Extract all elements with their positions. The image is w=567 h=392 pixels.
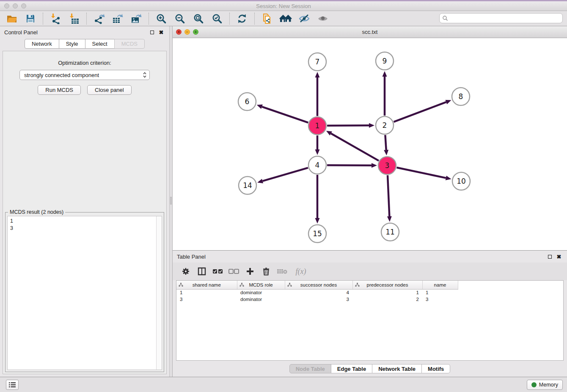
- network-view-window: scc.txt × − + 7968124314101511: [173, 26, 567, 251]
- mcds-tab-content: Optimization criterion: strongly connect…: [3, 51, 167, 374]
- export-table-icon[interactable]: [108, 12, 127, 25]
- graph-edge-arrowhead: [257, 105, 263, 109]
- delete-column-icon[interactable]: [259, 265, 273, 278]
- cell-mcds-role[interactable]: dominator: [237, 296, 285, 303]
- memory-button[interactable]: Memory: [527, 380, 563, 390]
- zoom-in-icon[interactable]: [152, 12, 171, 25]
- tab-node-table[interactable]: Node Table: [289, 364, 331, 373]
- table-row[interactable]: 3 dominator 3 2 3: [176, 296, 458, 303]
- column-header-mcds-role[interactable]: MCDS role: [237, 281, 285, 289]
- close-table-panel-icon[interactable]: ✖: [555, 253, 563, 260]
- column-header-name[interactable]: name: [422, 281, 458, 289]
- float-table-panel-icon[interactable]: [546, 253, 553, 260]
- toolbar-separator: [254, 13, 255, 25]
- export-network-icon[interactable]: [90, 12, 108, 25]
- tab-edge-table[interactable]: Edge Table: [331, 364, 372, 373]
- home-layout-icon[interactable]: [276, 12, 295, 25]
- network-minimize-button[interactable]: −: [184, 29, 190, 35]
- close-panel-icon[interactable]: ✖: [157, 28, 165, 36]
- graph-node-label: 14: [243, 181, 252, 190]
- graph-edge[interactable]: [385, 135, 386, 150]
- panel-splitter[interactable]: [169, 26, 173, 377]
- network-close-button[interactable]: ×: [176, 29, 182, 35]
- graph-edge-arrowhead: [257, 179, 263, 183]
- column-type-icon: [287, 283, 292, 287]
- search-field[interactable]: [439, 13, 563, 23]
- toolbar-separator: [149, 13, 149, 25]
- export-image-icon[interactable]: [127, 12, 146, 25]
- hide-panels-icon[interactable]: [295, 12, 314, 25]
- graph-edge-arrowhead: [383, 71, 387, 77]
- import-network-icon[interactable]: [46, 12, 65, 25]
- graph-edge[interactable]: [331, 133, 379, 160]
- function-builder-icon: f(x): [291, 265, 311, 278]
- graph-node-label: 6: [245, 97, 250, 106]
- tab-network-table[interactable]: Network Table: [372, 364, 422, 373]
- graph-edge[interactable]: [394, 102, 446, 122]
- float-panel-icon[interactable]: [148, 28, 156, 36]
- tab-mcds[interactable]: MCDS: [114, 39, 145, 49]
- zoom-fit-icon[interactable]: [189, 12, 208, 25]
- network-window-titlebar: scc.txt × − +: [173, 26, 567, 38]
- open-session-icon[interactable]: [3, 12, 21, 25]
- column-header-shared-name[interactable]: shared name: [176, 281, 237, 289]
- add-column-icon[interactable]: [243, 265, 257, 278]
- cell-shared-name[interactable]: 3: [176, 296, 237, 303]
- run-mcds-button[interactable]: Run MCDS: [38, 85, 81, 95]
- cell-name[interactable]: 1: [422, 289, 458, 296]
- tab-motifs[interactable]: Motifs: [421, 364, 450, 373]
- tab-network[interactable]: Network: [25, 39, 59, 49]
- zoom-selected-icon[interactable]: [208, 12, 226, 25]
- mcds-result-list: 1 3: [8, 216, 156, 370]
- cell-mcds-role[interactable]: dominator: [237, 289, 285, 296]
- graph-edge[interactable]: [388, 175, 389, 216]
- table-row[interactable]: 1 dominator 4 1 1: [176, 289, 458, 296]
- import-table-icon[interactable]: [65, 12, 83, 25]
- column-header-successor-nodes[interactable]: successor nodes: [285, 281, 352, 289]
- select-all-checkboxes-icon[interactable]: [211, 265, 225, 278]
- tab-select[interactable]: Select: [85, 39, 115, 49]
- graph-edge[interactable]: [327, 125, 369, 126]
- graph-edge[interactable]: [263, 168, 308, 181]
- cell-predecessor-nodes[interactable]: 2: [352, 296, 422, 303]
- graph-edge[interactable]: [397, 168, 446, 178]
- memory-label: Memory: [539, 382, 558, 388]
- main-toolbar: [0, 11, 567, 26]
- graph-edge-arrowhead: [372, 163, 377, 168]
- cell-successor-nodes[interactable]: 4: [285, 289, 352, 296]
- graph-node-label: 4: [315, 161, 320, 169]
- application-window: Session: New Session: [0, 0, 567, 392]
- refresh-view-icon[interactable]: [233, 12, 251, 25]
- deselect-all-checkboxes-icon[interactable]: [227, 265, 241, 278]
- graph-node-label: 9: [383, 57, 387, 65]
- settings-gear-icon[interactable]: [179, 265, 193, 278]
- save-session-icon[interactable]: [21, 12, 40, 25]
- table-panel: Table Panel ✖: [173, 251, 567, 377]
- network-canvas[interactable]: 7968124314101511: [173, 38, 567, 250]
- column-type-icon: [179, 283, 183, 287]
- tab-style[interactable]: Style: [59, 39, 85, 49]
- network-zoom-button[interactable]: +: [193, 29, 198, 35]
- copy-share-icon[interactable]: [258, 12, 276, 25]
- table-tabs: Node Table Edge Table Network Table Moti…: [173, 361, 567, 377]
- cell-predecessor-nodes[interactable]: 1: [352, 289, 422, 296]
- column-selector-icon[interactable]: [195, 265, 209, 278]
- splitter-grip[interactable]: [170, 197, 172, 204]
- result-scrollbar[interactable]: [156, 216, 162, 370]
- search-input[interactable]: [450, 15, 562, 21]
- column-header-predecessor-nodes[interactable]: predecessor nodes: [352, 281, 422, 289]
- graph-edge-arrowhead: [384, 150, 388, 155]
- cell-shared-name[interactable]: 1: [176, 289, 237, 296]
- task-history-button[interactable]: [6, 380, 19, 390]
- cell-name[interactable]: 3: [422, 296, 458, 303]
- zoom-out-icon[interactable]: [171, 12, 189, 25]
- close-panel-button[interactable]: Close panel: [87, 85, 132, 95]
- column-type-icon: [355, 283, 360, 287]
- graph-edge[interactable]: [327, 165, 372, 166]
- window-titlebar: Session: New Session: [0, 0, 567, 11]
- network-graph[interactable]: 7968124314101511: [173, 38, 567, 251]
- graph-edge[interactable]: [262, 107, 308, 123]
- show-panels-icon[interactable]: [314, 12, 332, 25]
- criterion-dropdown[interactable]: strongly connected component: [19, 70, 150, 80]
- cell-successor-nodes[interactable]: 3: [285, 296, 352, 303]
